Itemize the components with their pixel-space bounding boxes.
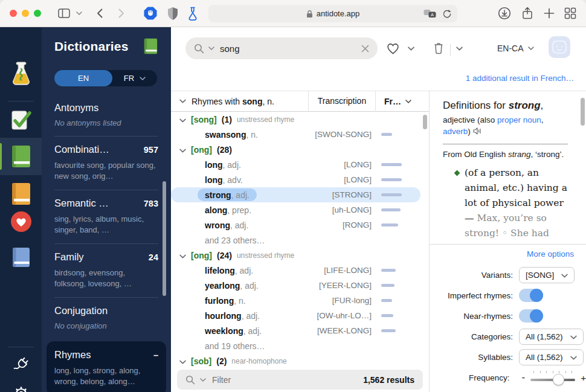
favorites-heart-icon[interactable] [0, 211, 42, 233]
syllables-dropdown[interactable]: All (1,562) [519, 349, 584, 365]
corrector-icon[interactable] [0, 111, 42, 132]
frequency-increase[interactable]: + [581, 373, 586, 383]
reload-icon[interactable] [442, 9, 451, 19]
content-blocker-icon[interactable] [143, 0, 158, 27]
rail-item-dictionaries-selected[interactable] [0, 138, 42, 175]
account-avatar[interactable] [549, 36, 570, 58]
privacy-shield-icon[interactable] [166, 0, 180, 27]
guides-book-icon[interactable] [0, 182, 42, 205]
more-options-link[interactable]: More options [527, 249, 574, 259]
filter-mode-chevron-icon[interactable] [200, 378, 206, 382]
table-scrollbar[interactable] [423, 115, 427, 129]
frequency-slider[interactable] [530, 371, 575, 384]
imperfect-rhymes-toggle[interactable] [519, 289, 543, 302]
pronunciation-speaker-icon[interactable] [473, 127, 481, 135]
rhyme-word: swansong [205, 130, 246, 140]
frequency-bar [381, 284, 394, 287]
word-search-bar[interactable] [185, 37, 378, 59]
sidebar-item-family[interactable]: Family24birdsong, evensong, folksong, lo… [54, 245, 158, 297]
plugins-plug-icon[interactable] [0, 355, 42, 374]
zoom-window-button[interactable] [34, 10, 41, 17]
dictionaries-book-icon [0, 145, 42, 168]
slider-thumb[interactable] [553, 374, 564, 385]
antidote-flask-icon[interactable] [0, 60, 42, 89]
additional-result-link[interactable]: 1 additional result in French… [171, 68, 586, 91]
rhyme-row[interactable]: long, adj.[LONG] [171, 157, 420, 172]
new-tab-icon[interactable] [542, 0, 556, 27]
tab-french[interactable]: FR [112, 70, 157, 86]
variants-dropdown[interactable]: [SONG] [519, 267, 575, 283]
sidebar-item-rhymes[interactable]: Rhymes–long, long, strong, along, wrong,… [47, 341, 166, 392]
rhyme-group-header[interactable]: [song](1)unstressed rhyme [171, 112, 429, 127]
frequency-bar [381, 269, 396, 272]
proper-noun-link[interactable]: proper noun [497, 115, 541, 124]
rhyme-row[interactable]: hourlong, adj.[OW-uhr-LO…] [171, 308, 420, 323]
show-more-link[interactable]: and 23 others… [171, 233, 429, 248]
antidote-extension-icon[interactable] [186, 0, 201, 27]
close-window-button[interactable] [10, 10, 17, 17]
rhymes-column-header[interactable]: Rhymes with song, n. [171, 97, 308, 106]
history-book-icon[interactable] [0, 247, 42, 268]
group-tag: near-homophone [231, 357, 286, 365]
search-mode-chevron-icon[interactable] [208, 47, 214, 50]
forward-button[interactable] [116, 0, 127, 27]
rhyme-row[interactable]: lifelong, adj.[LIFE-LONG] [171, 263, 420, 278]
clear-search-icon[interactable] [361, 45, 369, 53]
rhyme-row[interactable]: long, adv.[LONG] [171, 172, 420, 187]
language-selector[interactable]: EN-CA [497, 37, 534, 59]
rhyme-group-header[interactable]: [ong](28) [171, 142, 429, 157]
rhyme-row[interactable]: along, prep.[uh-LONG] [171, 202, 420, 217]
categories-dropdown[interactable]: All (1,562) [519, 329, 584, 345]
rhyme-pos: , adj. [235, 266, 253, 275]
adverb-link[interactable]: adverb [443, 127, 468, 136]
favorites-chevron-icon[interactable] [408, 37, 414, 59]
settings-gear-icon[interactable] [0, 384, 42, 392]
frequency-column-header[interactable]: Fr… [376, 97, 429, 106]
rhyme-row[interactable]: wrong, adj.[RONG] [171, 217, 420, 233]
sidebar-item-conjugation[interactable]: ConjugationNo conjugation [54, 298, 158, 338]
chevron-down-icon [528, 47, 534, 50]
delete-chevron-icon[interactable] [456, 37, 463, 59]
variants-label: Variants: [430, 271, 513, 280]
rhyme-row[interactable]: furlong, n.[FUR-long] [171, 293, 420, 308]
translate-icon[interactable]: A [423, 9, 436, 18]
rhyme-group-header[interactable]: [ong](24)unstressed rhyme [171, 248, 429, 263]
near-rhymes-toggle[interactable] [519, 309, 543, 323]
tab-english[interactable]: EN [54, 70, 112, 86]
frequency-decrease[interactable]: - [522, 371, 526, 384]
sidebar-item-semantic[interactable]: Semantic …783sing, lyrics, album, music,… [54, 191, 158, 243]
group-chevron-icon[interactable] [179, 145, 186, 155]
group-bracket: [song] [191, 115, 217, 124]
filter-bar[interactable]: 1,562 results [177, 370, 423, 390]
filter-input[interactable] [211, 374, 358, 385]
delete-history-icon[interactable] [433, 37, 445, 59]
rhyme-row[interactable]: swansong, n.[SWON-SONG] [171, 127, 420, 142]
show-more-link[interactable]: and 19 others… [171, 338, 429, 353]
group-chevron-icon[interactable] [179, 251, 186, 260]
sidebar-item-antonyms[interactable]: AntonymsNo antonyms listed [54, 95, 158, 135]
rhyme-row[interactable]: weeklong, adj.[WEEK-LONG] [171, 323, 420, 338]
share-icon[interactable] [520, 0, 535, 27]
syllables-label: Syllables: [430, 353, 513, 362]
sidebar-chevron-icon[interactable] [75, 0, 83, 27]
address-bar[interactable]: antidote.app A [208, 5, 457, 22]
group-chevron-icon[interactable] [179, 356, 186, 366]
transcription-column-header[interactable]: Transcription [308, 91, 376, 112]
group-chevron-icon[interactable] [179, 115, 186, 124]
tab-overview-icon[interactable] [563, 0, 578, 27]
minimize-window-button[interactable] [22, 10, 29, 17]
slider-tick [565, 371, 566, 373]
sidebar-toggle-icon[interactable] [57, 0, 71, 27]
rhyme-row[interactable]: yearlong, adj.[YEER-LONG] [171, 278, 420, 293]
downloads-icon[interactable] [497, 0, 512, 27]
rhyme-group-header[interactable]: [sob](2)near-homophone [171, 353, 429, 368]
sidebar-scrollbar[interactable] [163, 181, 166, 296]
details-scrollbar[interactable] [581, 98, 585, 126]
collapse-all-chevron-icon[interactable] [179, 99, 186, 103]
sidebar-item-combinati[interactable]: Combinati…957favourite song, popular son… [54, 137, 158, 189]
rhyme-row[interactable]: strong, adj.[STRONG] [171, 187, 420, 202]
search-input[interactable] [219, 43, 357, 54]
back-button[interactable] [94, 0, 105, 27]
favorite-heart-icon[interactable] [386, 37, 400, 59]
toolbar-divider [450, 44, 451, 56]
